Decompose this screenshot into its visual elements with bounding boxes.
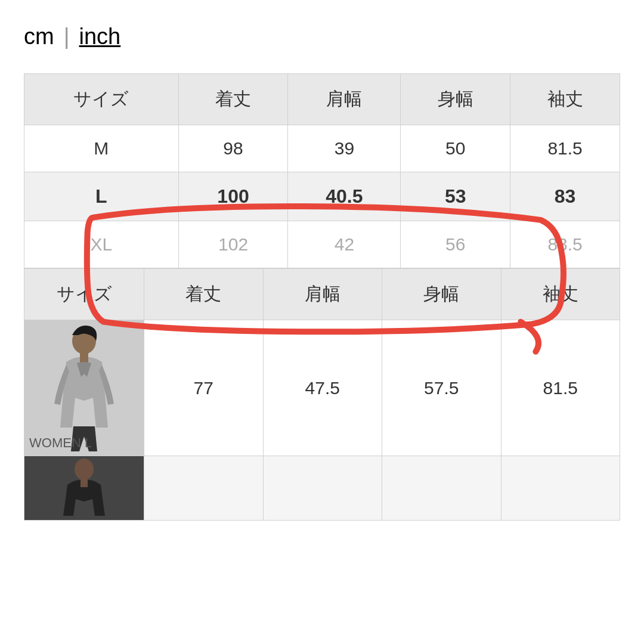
women-size-label: WOMEN L xyxy=(29,435,92,451)
second-row-mihaba xyxy=(382,456,501,521)
size-table-men: サイズ 着丈 肩幅 身幅 袖丈 M 98 39 50 81.5 L 100 xyxy=(24,73,620,268)
second-row-sodedake xyxy=(501,456,620,521)
header2-katahaba: 肩幅 xyxy=(263,269,382,320)
header2-kintake: 着丈 xyxy=(144,269,264,320)
header-sodedake: 袖丈 xyxy=(510,74,620,125)
tables-container: サイズ 着丈 肩幅 身幅 袖丈 M 98 39 50 81.5 L 100 xyxy=(24,73,620,521)
table2-header-row: サイズ 着丈 肩幅 身幅 袖丈 xyxy=(24,269,620,320)
header-kintake: 着丈 xyxy=(178,74,288,125)
size-XL: XL xyxy=(24,221,179,268)
header2-size: サイズ xyxy=(24,269,144,320)
sodedake-L: 83 xyxy=(510,172,620,221)
cm-unit-button[interactable]: cm xyxy=(24,24,54,49)
unit-switcher: cm | inch xyxy=(24,24,620,49)
table-row-XL: XL 102 42 56 83.5 xyxy=(24,221,620,268)
second-row-kintake xyxy=(144,456,264,521)
dark-jacket-svg xyxy=(24,456,144,516)
header2-sodedake: 袖丈 xyxy=(501,269,620,320)
women-image-cell: WOMEN L xyxy=(24,320,144,456)
size-L: L xyxy=(24,172,179,221)
size-M: M xyxy=(24,125,179,172)
sodedake-XL: 83.5 xyxy=(510,221,620,268)
women-figure-svg xyxy=(24,320,144,451)
katahaba-XL: 42 xyxy=(288,221,401,268)
sodedake-M: 81.5 xyxy=(510,125,620,172)
table-row-L: L 100 40.5 53 83 xyxy=(24,172,620,221)
header-size: サイズ xyxy=(24,74,179,125)
table2-second-row xyxy=(24,456,620,521)
kintake-M: 98 xyxy=(178,125,288,172)
women-sodedake: 81.5 xyxy=(501,320,620,456)
mihaba-L: 53 xyxy=(401,172,510,221)
women-katahaba: 47.5 xyxy=(263,320,382,456)
second-image-cell xyxy=(24,456,144,521)
svg-rect-5 xyxy=(80,479,88,487)
table2-women-row: WOMEN L 77 47.5 57.5 81.5 xyxy=(24,320,620,456)
unit-divider: | xyxy=(64,24,70,49)
kintake-L: 100 xyxy=(178,172,288,221)
mihaba-XL: 56 xyxy=(401,221,510,268)
header2-mihaba: 身幅 xyxy=(382,269,501,320)
size-table-women: サイズ 着丈 肩幅 身幅 袖丈 xyxy=(24,268,620,521)
inch-unit-button[interactable]: inch xyxy=(79,24,121,49)
women-kintake: 77 xyxy=(144,320,264,456)
mihaba-M: 50 xyxy=(401,125,510,172)
katahaba-M: 39 xyxy=(288,125,401,172)
kintake-XL: 102 xyxy=(178,221,288,268)
header-katahaba: 肩幅 xyxy=(288,74,401,125)
second-row-katahaba xyxy=(263,456,382,521)
table-row: M 98 39 50 81.5 xyxy=(24,125,620,172)
women-mihaba: 57.5 xyxy=(382,320,501,456)
header-mihaba: 身幅 xyxy=(401,74,510,125)
katahaba-L: 40.5 xyxy=(288,172,401,221)
table-header-row: サイズ 着丈 肩幅 身幅 袖丈 xyxy=(24,74,620,125)
svg-point-4 xyxy=(75,459,94,480)
